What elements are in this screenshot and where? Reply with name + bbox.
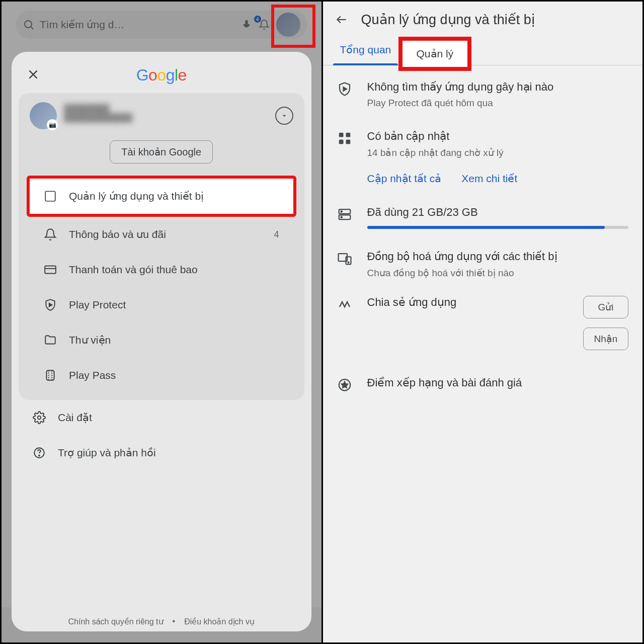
- page-header: Quản lý ứng dụng và thiết bị: [323, 2, 643, 34]
- grid-icon: [44, 190, 57, 203]
- section-play-protect[interactable]: Không tìm thấy ứng dụng gây hại nào Play…: [323, 65, 643, 115]
- see-details-button[interactable]: Xem chi tiết: [461, 173, 517, 185]
- section-updates: Có bản cập nhật 14 bản cập nhật đang chờ…: [323, 115, 643, 191]
- ratings-title: Điểm xếp hạng và bài đánh giá: [367, 376, 629, 389]
- svg-point-18: [341, 211, 342, 212]
- gear-icon: [33, 411, 46, 424]
- svg-point-22: [348, 262, 349, 263]
- storage-progress: [367, 226, 629, 229]
- menu-help[interactable]: Trợ giúp và phản hồi: [19, 435, 304, 470]
- update-all-button[interactable]: Cập nhật tất cả: [367, 173, 442, 185]
- menu-label: Thanh toán và gói thuê bao: [69, 264, 198, 276]
- svg-rect-15: [346, 140, 350, 144]
- menu-label: Quản lý ứng dụng và thiết bị: [69, 190, 204, 202]
- svg-rect-12: [339, 133, 343, 137]
- menu-library[interactable]: Thư viện: [30, 323, 293, 358]
- updates-title: Có bản cập nhật: [367, 130, 629, 143]
- svg-rect-13: [346, 133, 350, 137]
- section-ratings[interactable]: Điểm xếp hạng và bài đánh giá: [323, 361, 643, 398]
- svg-rect-7: [46, 370, 54, 380]
- menu-label: Cài đặt: [58, 412, 92, 424]
- footer-links: Chính sách quyền riêng tư • Điều khoản d…: [19, 613, 304, 626]
- section-share: Chia sẻ ứng dụng Gửi Nhận: [323, 285, 643, 361]
- tab-overview[interactable]: Tổng quan: [335, 34, 396, 65]
- search-placeholder: Tìm kiếm ứng d…: [40, 19, 236, 31]
- storage-title: Đã dùng 21 GB/23 GB: [367, 206, 629, 219]
- account-card: 📷 ████████████████████ Tài khoản Google …: [19, 93, 304, 400]
- expand-accounts-button[interactable]: [275, 107, 293, 125]
- svg-point-19: [341, 216, 342, 218]
- avatar[interactable]: [276, 13, 300, 37]
- devices-icon: [337, 251, 352, 266]
- menu-notifications[interactable]: Thông báo và ưu đãi 4: [30, 217, 293, 252]
- sync-title: Đồng bộ hoá ứng dụng với các thiết bị: [367, 250, 629, 263]
- google-logo: Google: [136, 66, 187, 85]
- menu-play-protect[interactable]: Play Protect: [30, 287, 293, 323]
- share-nearby-icon: [337, 297, 352, 312]
- svg-line-1: [31, 27, 33, 29]
- search-bar[interactable]: Tìm kiếm ứng d… 4: [16, 11, 307, 39]
- menu-play-pass[interactable]: Play Pass: [30, 358, 293, 393]
- tabs: Tổng quan Quản lý: [323, 34, 643, 65]
- manage-google-account-button[interactable]: Tài khoản Google: [110, 140, 213, 164]
- privacy-link[interactable]: Chính sách quyền riêng tư: [68, 617, 164, 626]
- account-avatar[interactable]: 📷: [30, 102, 57, 129]
- apps-icon: [337, 131, 352, 146]
- sync-subtitle: Chưa đồng bộ hoá với thiết bị nào: [367, 267, 629, 279]
- shield-play-icon: [44, 298, 57, 311]
- svg-point-8: [38, 416, 41, 420]
- page-title: Quản lý ứng dụng và thiết bị: [361, 12, 535, 28]
- svg-point-0: [25, 21, 32, 28]
- updates-subtitle: 14 bản cập nhật đang chờ xử lý: [367, 147, 629, 158]
- svg-point-10: [39, 455, 40, 456]
- search-icon: [23, 19, 35, 31]
- storage-icon: [337, 207, 352, 222]
- shield-play-icon: [337, 82, 352, 97]
- receive-button[interactable]: Nhận: [583, 328, 628, 350]
- notifications-button[interactable]: 4: [257, 18, 271, 32]
- menu-label: Trợ giúp và phản hồi: [58, 447, 156, 459]
- protect-title: Không tìm thấy ứng dụng gây hại nào: [367, 80, 629, 94]
- back-button[interactable]: [335, 13, 348, 26]
- section-storage[interactable]: Đã dùng 21 GB/23 GB: [323, 191, 643, 235]
- ticket-icon: [44, 369, 57, 382]
- svg-rect-14: [339, 140, 343, 144]
- separator-dot: •: [173, 617, 176, 626]
- share-title: Chia sẻ ứng dụng: [367, 296, 569, 309]
- menu-label: Play Pass: [69, 369, 116, 381]
- close-button[interactable]: [25, 66, 42, 83]
- protect-subtitle: Play Protect đã quét hôm qua: [367, 98, 629, 109]
- notification-badge: 4: [254, 16, 261, 23]
- star-circle-icon: [337, 377, 352, 392]
- terms-link[interactable]: Điều khoản dịch vụ: [184, 617, 255, 626]
- menu-label: Thư viện: [69, 334, 111, 346]
- tab-manage[interactable]: Quản lý: [398, 37, 472, 71]
- camera-icon: 📷: [47, 119, 58, 130]
- section-sync[interactable]: Đồng bộ hoá ứng dụng với các thiết bị Ch…: [323, 235, 643, 285]
- mic-icon[interactable]: [241, 19, 252, 30]
- menu-count: 4: [274, 229, 279, 240]
- menu-settings[interactable]: Cài đặt: [19, 400, 304, 435]
- menu-payments[interactable]: Thanh toán và gói thuê bao: [30, 252, 293, 287]
- menu-label: Play Protect: [69, 299, 126, 311]
- help-icon: [33, 446, 46, 459]
- send-button[interactable]: Gửi: [583, 296, 628, 318]
- folder-icon: [44, 334, 57, 347]
- account-name-redacted: ████████████████████: [64, 104, 268, 127]
- card-icon: [44, 263, 57, 276]
- menu-label: Thông báo và ưu đãi: [69, 228, 166, 240]
- svg-rect-5: [45, 266, 56, 273]
- bell-outline-icon: [44, 228, 57, 241]
- menu-manage-apps[interactable]: Quản lý ứng dụng và thiết bị: [27, 176, 296, 217]
- account-sheet: Google 📷 ████████████████████ Tài khoản …: [12, 52, 311, 631]
